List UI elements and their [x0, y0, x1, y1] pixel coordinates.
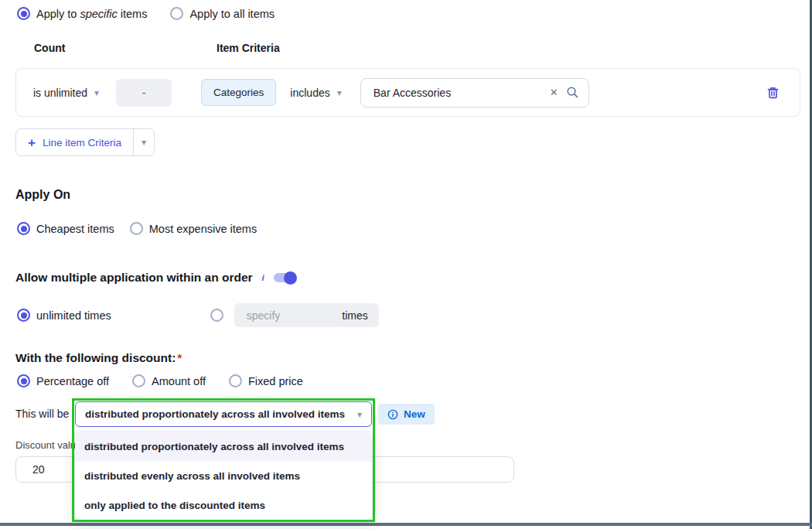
match-operator-value: includes — [290, 87, 329, 99]
radio-cheapest-items[interactable]: Cheapest items — [17, 222, 114, 235]
radio-fixed-price[interactable]: Fixed price — [229, 374, 303, 387]
distribution-select[interactable]: distributed proportionately across all i… — [75, 401, 372, 427]
delete-criteria-button[interactable] — [765, 84, 781, 101]
distribution-selected-value: distributed proportionately across all i… — [85, 408, 357, 420]
multiple-application-title: Allow multiple application within an ord… — [15, 271, 253, 285]
radio-most-expensive-items[interactable]: Most expensive items — [130, 222, 257, 235]
chevron-down-icon: ▾ — [142, 138, 146, 147]
chevron-down-icon: ▾ — [337, 88, 342, 97]
distribution-prefix-label: This will be — [15, 408, 69, 420]
radio-label: Fixed price — [248, 375, 303, 387]
info-icon: i — [262, 273, 264, 282]
plus-icon: + — [28, 136, 36, 149]
radio-selected-icon[interactable] — [17, 222, 30, 235]
category-search-input[interactable] — [364, 87, 547, 99]
search-icon[interactable] — [566, 86, 579, 99]
radio-specify-times[interactable]: times — [210, 303, 379, 327]
window-bottom-edge — [0, 523, 812, 526]
discount-type-group: Percentage off Amount off Fixed price — [17, 374, 303, 387]
discount-value-label: Discount value — [15, 439, 81, 451]
radio-label: Percentage off — [36, 375, 109, 387]
add-criteria-dropdown-toggle[interactable]: ▾ — [133, 129, 154, 155]
apply-on-title: Apply On — [15, 188, 70, 202]
times-group: unlimited times times — [17, 303, 379, 327]
radio-apply-specific-items[interactable]: Apply to specific items — [17, 7, 147, 20]
radio-label: Cheapest items — [36, 223, 114, 235]
radio-label: Apply to all items — [189, 8, 275, 20]
required-asterisk: * — [177, 351, 182, 364]
discount-config-page: Apply to specific items Apply to all ite… — [0, 0, 812, 529]
radio-unlimited-times[interactable]: unlimited times — [17, 309, 111, 322]
menu-option-distributed-proportionately[interactable]: distributed proportionately across all i… — [75, 432, 372, 462]
add-line-item-criteria-label: Line item Criteria — [43, 137, 121, 148]
item-criteria-column-header: Item Criteria — [217, 42, 280, 54]
new-badge-label: New — [404, 408, 425, 420]
menu-option-only-discounted[interactable]: only applied to the discounted items — [75, 490, 372, 520]
radio-unselected-icon[interactable] — [132, 374, 145, 387]
radio-unselected-icon[interactable] — [210, 309, 223, 322]
count-operator-value: is unlimited — [33, 87, 87, 99]
clear-icon[interactable]: ✕ — [550, 87, 558, 98]
radio-label: Amount off — [152, 375, 206, 387]
specify-times-input[interactable] — [245, 309, 343, 323]
radio-unselected-icon[interactable] — [170, 7, 183, 20]
apply-scope-group: Apply to specific items Apply to all ite… — [17, 7, 275, 20]
radio-selected-icon[interactable] — [17, 7, 30, 20]
radio-apply-all-items[interactable]: Apply to all items — [170, 7, 275, 20]
trash-icon — [766, 86, 780, 100]
count-value-field: - — [116, 79, 172, 107]
count-operator-dropdown[interactable]: is unlimited ▾ — [33, 87, 99, 99]
distribution-dropdown-menu: distributed proportionately across all i… — [75, 432, 372, 520]
radio-label: Apply to specific items — [36, 8, 147, 20]
multiple-application-header: Allow multiple application within an ord… — [15, 271, 295, 285]
menu-option-distributed-evenly[interactable]: distributed evenly across all involved i… — [75, 462, 372, 491]
times-suffix-label: times — [342, 309, 367, 322]
radio-selected-icon[interactable] — [17, 374, 30, 387]
radio-selected-icon[interactable] — [17, 309, 30, 322]
new-feature-badge[interactable]: New — [378, 404, 435, 425]
category-search-field[interactable]: ✕ — [360, 78, 589, 108]
add-line-item-criteria-button[interactable]: + Line item Criteria — [16, 129, 133, 155]
add-line-item-criteria-split-button: + Line item Criteria ▾ — [15, 128, 155, 156]
radio-label: unlimited times — [36, 309, 111, 322]
radio-percentage-off[interactable]: Percentage off — [17, 374, 109, 387]
radio-unselected-icon[interactable] — [130, 222, 143, 235]
discount-title: With the following discount:* — [15, 351, 182, 365]
radio-amount-off[interactable]: Amount off — [132, 374, 206, 387]
chevron-down-icon: ▾ — [94, 88, 99, 97]
radio-label: Most expensive items — [149, 223, 257, 235]
info-circle-icon — [387, 409, 398, 420]
apply-on-group: Cheapest items Most expensive items — [17, 222, 257, 235]
radio-unselected-icon[interactable] — [229, 374, 242, 387]
line-item-criteria-row: is unlimited ▾ - Categories includes ▾ ✕ — [15, 68, 800, 117]
criteria-type-chip[interactable]: Categories — [201, 79, 276, 106]
toggle-knob — [284, 271, 297, 285]
count-column-header: Count — [34, 42, 65, 54]
chevron-down-icon: ▾ — [357, 410, 362, 419]
specify-times-field[interactable]: times — [234, 303, 379, 327]
match-operator-dropdown[interactable]: includes ▾ — [290, 87, 341, 99]
multiple-application-toggle[interactable] — [274, 273, 295, 282]
